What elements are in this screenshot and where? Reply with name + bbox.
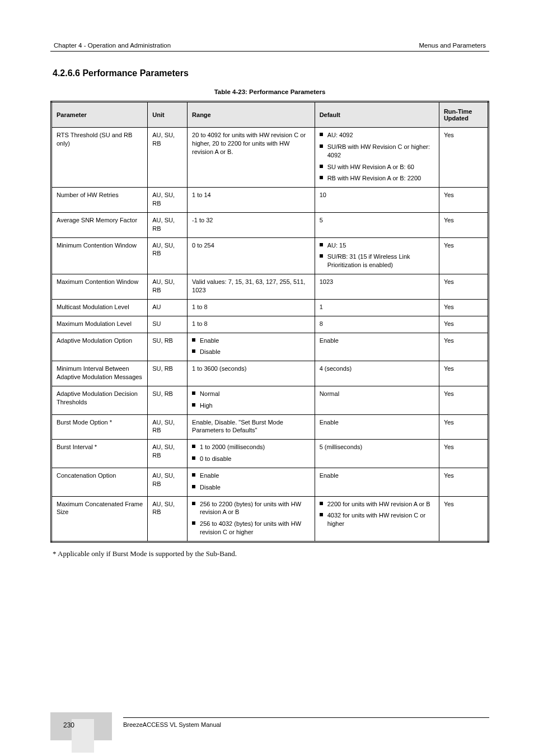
list-item: 2200 for units with HW revision A or B	[320, 500, 434, 508]
cell: Adaptive Modulation Decision Thresholds	[51, 386, 148, 414]
cell: Enable	[315, 468, 439, 496]
table-caption: Table 4-23: Performance Parameters	[50, 88, 489, 95]
footer-doc-title: BreezeACCESS VL System Manual	[123, 721, 221, 728]
list-item: 256 to 2200 (bytes) for units with HW re…	[192, 500, 310, 517]
cell: 5	[315, 212, 439, 237]
cell: SU, RB	[148, 361, 188, 386]
table-row: Adaptive Modulation Decision ThresholdsS…	[51, 386, 489, 414]
table-row: RTS Threshold (SU and RB only)AU, SU, RB…	[51, 128, 489, 188]
cell: SU	[148, 316, 188, 333]
cell: Valid values: 7, 15, 31, 63, 127, 255, 5…	[188, 274, 315, 300]
cell: AU, SU, RB	[148, 128, 188, 188]
section-title: 4.2.6.6 Performance Parameters	[53, 68, 489, 78]
table-footnote: * Applicable only if Burst Mode is suppo…	[53, 549, 489, 558]
list-item: Enable	[192, 337, 310, 345]
cell: AU, SU, RB	[148, 237, 188, 274]
cell: Yes	[439, 128, 488, 188]
cell: 1 to 2000 (milliseconds)0 to disable	[188, 440, 315, 468]
cell: AU, SU, RB	[148, 468, 188, 496]
table-row: Multicast Modulation LevelAU1 to 81Yes	[51, 299, 489, 316]
cell: Yes	[439, 414, 488, 440]
cell: AU, SU, RB	[148, 414, 188, 440]
table-row: Maximum Modulation LevelSU1 to 88Yes	[51, 316, 489, 333]
list-item: SU with HW Revision A or B: 60	[320, 163, 434, 171]
cell: Yes	[439, 188, 488, 213]
cell: Yes	[439, 468, 488, 496]
cell: Minimum Interval Between Adaptive Modula…	[51, 361, 148, 386]
cell: 256 to 2200 (bytes) for units with HW re…	[188, 496, 315, 542]
cell: 1 to 3600 (seconds)	[188, 361, 315, 386]
cell: AU, SU, RB	[148, 440, 188, 468]
col-default: Default	[315, 102, 439, 128]
cell: 1 to 8	[188, 299, 315, 316]
page-number: 230	[63, 721, 74, 729]
cell: Yes	[439, 212, 488, 237]
table-row: Average SNR Memory FactorAU, SU, RB-1 to…	[51, 212, 489, 237]
cell: AU, SU, RB	[148, 496, 188, 542]
col-unit: Unit	[148, 102, 188, 128]
cell: AU, SU, RB	[148, 274, 188, 300]
list-item: Disable	[192, 348, 310, 356]
cell: 10	[315, 188, 439, 213]
cell: Adaptive Modulation Option	[51, 333, 148, 361]
cell: Yes	[439, 237, 488, 274]
table-row: Concatenation OptionAU, SU, RBEnableDisa…	[51, 468, 489, 496]
cell: NormalHigh	[188, 386, 315, 414]
cell: 0 to 254	[188, 237, 315, 274]
cell: AU, SU, RB	[148, 212, 188, 237]
cell: 5 (milliseconds)	[315, 440, 439, 468]
cell: -1 to 32	[188, 212, 315, 237]
cell: SU, RB	[148, 386, 188, 414]
col-parameter: Parameter	[51, 102, 148, 128]
cell: Maximum Modulation Level	[51, 316, 148, 333]
cell: Yes	[439, 316, 488, 333]
cell: Number of HW Retries	[51, 188, 148, 213]
cell: Yes	[439, 361, 488, 386]
cell: 2200 for units with HW revision A or B40…	[315, 496, 439, 542]
table-row: Burst Interval *AU, SU, RB1 to 2000 (mil…	[51, 440, 489, 468]
cell: 1023	[315, 274, 439, 300]
table-row: Maximum Concatenated Frame SizeAU, SU, R…	[51, 496, 489, 542]
table-row: Minimum Contention WindowAU, SU, RB0 to …	[51, 237, 489, 274]
table-row: Burst Mode Option *AU, SU, RBEnable, Dis…	[51, 414, 489, 440]
col-runtime: Run-Time Updated	[439, 102, 488, 128]
cell: AU	[148, 299, 188, 316]
cell: Multicast Modulation Level	[51, 299, 148, 316]
cell: 1	[315, 299, 439, 316]
table-row: Minimum Interval Between Adaptive Modula…	[51, 361, 489, 386]
list-item: RB with HW Revision A or B: 2200	[320, 174, 434, 183]
col-range: Range	[188, 102, 315, 128]
header-left: Chapter 4 - Operation and Administration	[54, 42, 171, 49]
table-header-row: Parameter Unit Range Default Run-Time Up…	[51, 102, 489, 128]
cell: Concatenation Option	[51, 468, 148, 496]
cell: AU, SU, RB	[148, 188, 188, 213]
table-row: Number of HW RetriesAU, SU, RB1 to 1410Y…	[51, 188, 489, 213]
cell: Enable, Disable. "Set Burst Mode Paramet…	[188, 414, 315, 440]
cell: Yes	[439, 496, 488, 542]
list-item: AU: 15	[320, 241, 434, 250]
header-rule	[50, 51, 489, 52]
cell: EnableDisable	[188, 468, 315, 496]
cell: Burst Mode Option *	[51, 414, 148, 440]
cell: Average SNR Memory Factor	[51, 212, 148, 237]
list-item: AU: 4092	[320, 131, 434, 139]
list-item: 256 to 4032 (bytes) for units with HW re…	[192, 520, 310, 536]
cell: EnableDisable	[188, 333, 315, 361]
cell: Yes	[439, 440, 488, 468]
cell: Minimum Contention Window	[51, 237, 148, 274]
cell: 1 to 14	[188, 188, 315, 213]
cell: Yes	[439, 386, 488, 414]
table-row: Adaptive Modulation OptionSU, RBEnableDi…	[51, 333, 489, 361]
cell: AU: 15SU/RB: 31 (15 if Wireless Link Pri…	[315, 237, 439, 274]
cell: 4 (seconds)	[315, 361, 439, 386]
cell: RTS Threshold (SU and RB only)	[51, 128, 148, 188]
list-item: 0 to disable	[192, 455, 310, 463]
table-row: Maximum Contention WindowAU, SU, RBValid…	[51, 274, 489, 300]
cell: AU: 4092SU/RB with HW Revision C or high…	[315, 128, 439, 188]
list-item: SU/RB with HW Revision C or higher: 4092	[320, 143, 434, 160]
list-item: SU/RB: 31 (15 if Wireless Link Prioritiz…	[320, 253, 434, 269]
cell: Yes	[439, 299, 488, 316]
cell: Yes	[439, 274, 488, 300]
cell: SU, RB	[148, 333, 188, 361]
cell: Yes	[439, 333, 488, 361]
